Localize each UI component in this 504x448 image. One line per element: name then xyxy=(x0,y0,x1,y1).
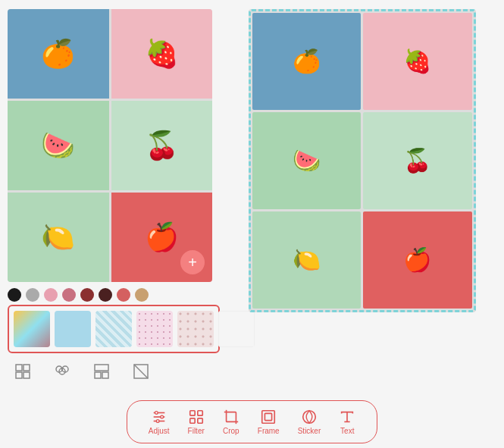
sticker-label: Sticker xyxy=(298,427,321,435)
crop-label: Crop xyxy=(223,427,239,435)
swatch-dark-brown[interactable] xyxy=(99,288,112,302)
split-layout-icon[interactable] xyxy=(89,359,114,384)
right-pomegranate-emoji: 🍎 xyxy=(403,249,431,271)
svg-rect-3 xyxy=(23,372,30,378)
layout-icons-row xyxy=(8,353,220,384)
swatch-black[interactable] xyxy=(8,288,21,302)
pattern-chevron[interactable] xyxy=(95,311,132,347)
svg-rect-19 xyxy=(197,410,202,415)
right-collage: 🍊 🍓 🍉 🍒 🍋 🍎 xyxy=(249,9,476,312)
pattern-gradient[interactable] xyxy=(14,311,50,347)
frame-label: Frame xyxy=(258,427,280,435)
svg-point-17 xyxy=(156,419,159,422)
cell-cherry[interactable]: 🍒 xyxy=(111,101,213,190)
grid-layout-icon[interactable] xyxy=(11,359,35,384)
pattern-selection xyxy=(8,305,220,353)
svg-rect-22 xyxy=(226,412,236,421)
pattern-floral[interactable] xyxy=(177,311,214,347)
svg-rect-28 xyxy=(265,413,272,420)
right-cell-strawberry[interactable]: 🍓 xyxy=(363,13,472,110)
svg-rect-1 xyxy=(23,365,30,371)
svg-rect-9 xyxy=(102,372,108,378)
toolbar-filter[interactable]: Filter xyxy=(179,406,214,438)
svg-rect-2 xyxy=(16,372,22,378)
right-panel: 🍊 🍓 🍉 🍒 🍋 🍎 xyxy=(227,9,496,390)
toolbar-frame[interactable]: Frame xyxy=(249,406,289,438)
pomegranate-emoji: 🍎 xyxy=(145,224,179,251)
toolbar-items-container: Adjust Filter Crop xyxy=(127,400,378,443)
right-cell-watermelon[interactable]: 🍉 xyxy=(252,112,362,209)
text-label: Text xyxy=(340,427,354,435)
cell-watermelon[interactable]: 🍉 xyxy=(8,101,109,190)
cell-lime[interactable]: 🍋 xyxy=(8,193,109,282)
svg-rect-7 xyxy=(95,365,108,371)
right-lime-emoji: 🍋 xyxy=(293,249,321,271)
color-swatches-row xyxy=(8,282,220,305)
lime-emoji: 🍋 xyxy=(41,224,75,251)
filter-label: Filter xyxy=(188,427,205,435)
swatch-pink-light[interactable] xyxy=(44,288,58,302)
left-collage: 🍊 🍓 🍉 🍒 🍋 🍎 + xyxy=(8,9,212,282)
right-orange-emoji: 🍊 xyxy=(293,50,321,73)
toolbar-crop[interactable]: Crop xyxy=(214,406,249,438)
svg-rect-8 xyxy=(95,372,101,378)
strawberry-emoji: 🍓 xyxy=(145,40,179,67)
svg-point-16 xyxy=(160,415,163,418)
svg-rect-27 xyxy=(262,410,275,423)
toolbar-adjust[interactable]: Adjust xyxy=(139,406,179,438)
cell-strawberry[interactable]: 🍓 xyxy=(111,9,213,99)
cherry-emoji: 🍒 xyxy=(145,132,179,159)
swatch-pink-medium[interactable] xyxy=(62,288,76,302)
right-cherry-emoji: 🍒 xyxy=(403,149,431,172)
diagonal-layout-icon[interactable] xyxy=(129,359,153,384)
layers-icon[interactable] xyxy=(50,359,74,384)
pattern-blue[interactable] xyxy=(55,311,91,347)
right-cell-lime[interactable]: 🍋 xyxy=(252,211,362,309)
bottom-toolbar: Adjust Filter Crop xyxy=(0,395,504,448)
svg-rect-0 xyxy=(16,365,22,371)
swatch-gray[interactable] xyxy=(26,288,39,302)
orange-emoji: 🍊 xyxy=(41,40,75,67)
svg-point-29 xyxy=(303,410,316,423)
right-watermelon-emoji: 🍉 xyxy=(293,149,321,172)
swatch-red-dark[interactable] xyxy=(80,288,94,302)
svg-rect-21 xyxy=(197,418,202,422)
left-panel: 🍊 🍓 🍉 🍒 🍋 🍎 + xyxy=(8,9,220,390)
right-strawberry-emoji: 🍓 xyxy=(403,50,431,73)
add-photo-button[interactable]: + xyxy=(180,250,205,274)
right-cell-pomegranate[interactable]: 🍎 xyxy=(363,211,472,309)
pattern-dots[interactable] xyxy=(136,311,173,347)
right-cell-orange[interactable]: 🍊 xyxy=(252,13,362,110)
adjust-label: Adjust xyxy=(149,427,170,435)
svg-point-15 xyxy=(155,411,158,414)
toolbar-sticker[interactable]: Sticker xyxy=(289,406,330,438)
main-area: 🍊 🍓 🍉 🍒 🍋 🍎 + xyxy=(0,0,504,395)
watermelon-emoji: 🍉 xyxy=(41,132,75,159)
right-cell-cherry[interactable]: 🍒 xyxy=(363,112,472,209)
svg-rect-18 xyxy=(189,410,194,415)
swatch-coral[interactable] xyxy=(117,288,130,302)
cell-orange[interactable]: 🍊 xyxy=(8,9,109,99)
svg-rect-20 xyxy=(189,418,194,422)
pattern-blank[interactable] xyxy=(218,311,255,347)
swatch-tan[interactable] xyxy=(135,288,149,302)
svg-line-11 xyxy=(134,365,148,378)
toolbar-text[interactable]: Text xyxy=(330,406,365,438)
